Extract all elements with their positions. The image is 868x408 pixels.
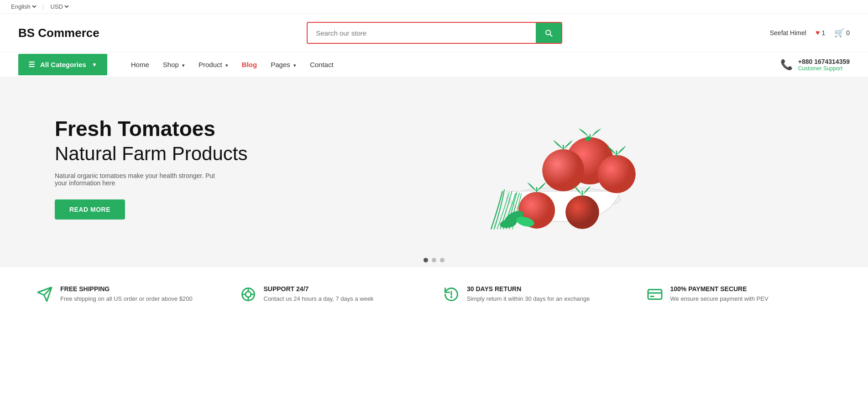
header: BS Commerce Seefat Himel ♥ 1 🛒 0 — [0, 14, 868, 52]
nav-link-pages[interactable]: Pages ▾ — [265, 52, 302, 77]
nav-item-pages: Pages ▾ — [265, 52, 302, 77]
feature-return-text: 30 DAYS RETURN Simply return it within 3… — [467, 285, 590, 303]
cart-count: 0 — [846, 29, 850, 37]
search-button[interactable] — [536, 23, 561, 43]
logo: BS Commerce — [18, 26, 99, 40]
hero-content: Fresh Tomatoes Natural Farm Products Nat… — [55, 117, 283, 220]
hero-image — [283, 95, 813, 241]
carousel-dots — [0, 251, 868, 267]
hero-illustration — [452, 100, 644, 237]
phone-label: Customer Support — [798, 65, 850, 72]
feature-return-desc: Simply return it within 30 days for an e… — [467, 294, 590, 303]
carousel-dot-1[interactable] — [424, 258, 428, 262]
plane-icon — [37, 286, 53, 307]
hero-title-bold: Fresh Tomatoes — [55, 117, 283, 141]
feature-payment-text: 100% PAYMENT SECURE We ensure secure pay… — [670, 285, 769, 303]
nav-link-blog[interactable]: Blog — [236, 52, 262, 77]
feature-return: 30 DAYS RETURN Simply return it within 3… — [434, 281, 638, 311]
carousel-dot-3[interactable] — [440, 258, 444, 262]
feature-shipping-text: Free Shipping Free shipping on all US or… — [60, 285, 193, 303]
wishlist-count: 1 — [821, 29, 825, 37]
carousel-dot-2[interactable] — [432, 258, 436, 262]
top-bar: English French | USD EUR — [0, 0, 868, 14]
search-icon — [544, 28, 553, 37]
search-input[interactable] — [308, 24, 536, 42]
search-box — [307, 22, 562, 44]
read-more-button[interactable]: READ MORE — [55, 199, 125, 220]
feature-support: SUPPORT 24/7 Contact us 24 hours a day, … — [231, 281, 434, 311]
support-icon — [240, 286, 256, 307]
phone-support: 📞 +880 1674314359 Customer Support — [780, 58, 850, 72]
nav-link-home[interactable]: Home — [125, 52, 155, 77]
hero-title-normal: Natural Farm Products — [55, 143, 283, 165]
currency-select[interactable]: USD EUR — [48, 3, 70, 10]
nav-links: Home Shop ▾ Product ▾ Blog Pages ▾ Conta… — [107, 52, 780, 77]
svg-point-15 — [565, 195, 599, 229]
nav-item-shop: Shop ▾ — [157, 52, 190, 77]
svg-point-6 — [597, 155, 635, 193]
phone-number: +880 1674314359 — [798, 58, 850, 65]
feature-shipping-title: Free Shipping — [60, 285, 193, 293]
feature-support-desc: Contact us 24 hours a day, 7 days a week — [264, 294, 374, 303]
all-categories-label: All Categories — [40, 61, 86, 68]
cart-icon: 🛒 — [834, 28, 844, 38]
feature-payment-desc: We ensure secure payment with PEV — [670, 294, 769, 303]
return-icon — [443, 286, 460, 307]
svg-rect-28 — [648, 290, 662, 299]
feature-payment-title: 100% PAYMENT SECURE — [670, 285, 769, 293]
phone-details: +880 1674314359 Customer Support — [798, 58, 850, 72]
nav-item-product: Product ▾ — [193, 52, 234, 77]
hero-banner: Fresh Tomatoes Natural Farm Products Nat… — [0, 77, 868, 251]
features-bar: Free Shipping Free shipping on all US or… — [0, 267, 868, 325]
chevron-down-icon: ▼ — [92, 62, 97, 68]
cart-badge[interactable]: 🛒 0 — [834, 28, 850, 38]
feature-support-title: SUPPORT 24/7 — [264, 285, 374, 293]
nav-item-home: Home — [125, 52, 155, 77]
svg-point-21 — [246, 292, 251, 297]
nav-bar: ☰ All Categories ▼ Home Shop ▾ Product ▾… — [0, 52, 868, 77]
nav-item-contact: Contact — [304, 52, 339, 77]
header-right: Seefat Himel ♥ 1 🛒 0 — [770, 28, 850, 38]
wishlist-badge[interactable]: ♥ 1 — [816, 29, 825, 37]
heart-icon: ♥ — [816, 29, 820, 37]
feature-shipping-desc: Free shipping on all US order or order a… — [60, 294, 193, 303]
nav-link-contact[interactable]: Contact — [304, 52, 339, 77]
phone-icon: 📞 — [780, 59, 793, 71]
feature-support-text: SUPPORT 24/7 Contact us 24 hours a day, … — [264, 285, 374, 303]
language-select[interactable]: English French — [9, 3, 38, 10]
all-categories-button[interactable]: ☰ All Categories ▼ — [18, 54, 107, 75]
feature-payment: 100% PAYMENT SECURE We ensure secure pay… — [638, 281, 841, 311]
user-name: Seefat Himel — [770, 29, 806, 37]
svg-point-9 — [543, 149, 585, 191]
hero-description: Natural organic tomatoes make your healt… — [55, 172, 228, 187]
feature-return-title: 30 DAYS RETURN — [467, 285, 590, 293]
feature-shipping: Free Shipping Free shipping on all US or… — [27, 281, 231, 311]
nav-item-blog: Blog — [236, 52, 262, 77]
nav-link-shop[interactable]: Shop ▾ — [157, 52, 190, 77]
nav-link-product[interactable]: Product ▾ — [193, 52, 234, 77]
payment-icon — [647, 286, 663, 307]
hamburger-icon: ☰ — [28, 60, 35, 69]
divider: | — [42, 3, 44, 10]
